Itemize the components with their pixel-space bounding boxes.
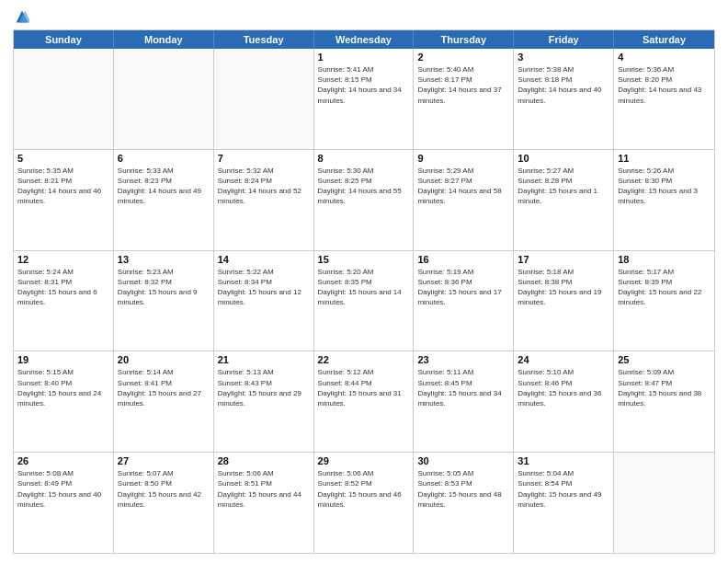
calendar-cell-empty-6 bbox=[614, 453, 714, 553]
day-of-week-tuesday: Tuesday bbox=[214, 30, 314, 49]
day-of-week-sunday: Sunday bbox=[14, 30, 114, 49]
cell-day-number: 19 bbox=[17, 354, 109, 365]
cell-day-number: 6 bbox=[118, 153, 210, 164]
cell-sun-info: Sunrise: 5:24 AMSunset: 8:31 PMDaylight:… bbox=[17, 267, 109, 308]
cell-sun-info: Sunrise: 5:07 AMSunset: 8:50 PMDaylight:… bbox=[118, 468, 210, 510]
cell-day-number: 27 bbox=[118, 455, 210, 466]
cell-day-number: 3 bbox=[518, 52, 609, 63]
calendar-cell-16: 16Sunrise: 5:19 AMSunset: 8:36 PMDayligh… bbox=[414, 251, 514, 351]
calendar-cell-13: 13Sunrise: 5:23 AMSunset: 8:32 PMDayligh… bbox=[114, 251, 214, 351]
cell-day-number: 8 bbox=[318, 153, 410, 164]
calendar-cell-empty-0 bbox=[14, 49, 114, 149]
calendar-row-0: 1Sunrise: 5:41 AMSunset: 8:15 PMDaylight… bbox=[14, 49, 714, 150]
calendar-cell-14: 14Sunrise: 5:22 AMSunset: 8:34 PMDayligh… bbox=[214, 251, 314, 351]
cell-sun-info: Sunrise: 5:40 AMSunset: 8:17 PMDaylight:… bbox=[417, 64, 509, 106]
cell-sun-info: Sunrise: 5:05 AMSunset: 8:53 PMDaylight:… bbox=[417, 468, 509, 510]
cell-day-number: 20 bbox=[118, 354, 210, 365]
cell-day-number: 29 bbox=[318, 455, 410, 466]
cell-day-number: 17 bbox=[518, 254, 609, 265]
day-of-week-monday: Monday bbox=[114, 30, 214, 49]
calendar-cell-1: 1Sunrise: 5:41 AMSunset: 8:15 PMDaylight… bbox=[314, 49, 415, 149]
cell-sun-info: Sunrise: 5:13 AMSunset: 8:43 PMDaylight:… bbox=[218, 367, 310, 408]
calendar-cell-28: 28Sunrise: 5:06 AMSunset: 8:51 PMDayligh… bbox=[214, 453, 314, 553]
cell-day-number: 18 bbox=[618, 254, 711, 265]
cell-sun-info: Sunrise: 5:17 AMSunset: 8:39 PMDaylight:… bbox=[618, 267, 711, 308]
calendar: SundayMondayTuesdayWednesdayThursdayFrid… bbox=[13, 29, 715, 554]
calendar-cell-8: 8Sunrise: 5:30 AMSunset: 8:25 PMDaylight… bbox=[314, 150, 415, 250]
cell-sun-info: Sunrise: 5:11 AMSunset: 8:45 PMDaylight:… bbox=[417, 367, 509, 408]
calendar-cell-29: 29Sunrise: 5:06 AMSunset: 8:52 PMDayligh… bbox=[314, 453, 415, 553]
cell-sun-info: Sunrise: 5:27 AMSunset: 8:28 PMDaylight:… bbox=[518, 166, 609, 207]
cell-sun-info: Sunrise: 5:29 AMSunset: 8:27 PMDaylight:… bbox=[417, 166, 509, 207]
calendar-cell-4: 4Sunrise: 5:36 AMSunset: 8:20 PMDaylight… bbox=[614, 49, 714, 149]
calendar-cell-20: 20Sunrise: 5:14 AMSunset: 8:41 PMDayligh… bbox=[114, 351, 214, 452]
calendar-cell-27: 27Sunrise: 5:07 AMSunset: 8:50 PMDayligh… bbox=[114, 453, 214, 553]
calendar-cell-empty-1 bbox=[114, 49, 214, 149]
cell-day-number: 7 bbox=[218, 153, 310, 164]
cell-sun-info: Sunrise: 5:38 AMSunset: 8:18 PMDaylight:… bbox=[518, 64, 609, 106]
cell-day-number: 26 bbox=[17, 455, 109, 466]
cell-day-number: 13 bbox=[118, 254, 210, 265]
cell-day-number: 1 bbox=[318, 52, 410, 63]
calendar-cell-15: 15Sunrise: 5:20 AMSunset: 8:35 PMDayligh… bbox=[314, 251, 415, 351]
cell-sun-info: Sunrise: 5:06 AMSunset: 8:52 PMDaylight:… bbox=[318, 468, 410, 510]
cell-sun-info: Sunrise: 5:22 AMSunset: 8:34 PMDaylight:… bbox=[218, 267, 310, 308]
cell-day-number: 31 bbox=[518, 455, 609, 466]
calendar-cell-empty-2 bbox=[214, 49, 314, 149]
calendar-cell-9: 9Sunrise: 5:29 AMSunset: 8:27 PMDaylight… bbox=[414, 150, 514, 250]
cell-sun-info: Sunrise: 5:19 AMSunset: 8:36 PMDaylight:… bbox=[417, 267, 509, 308]
cell-day-number: 21 bbox=[218, 354, 310, 365]
calendar-cell-31: 31Sunrise: 5:04 AMSunset: 8:54 PMDayligh… bbox=[514, 453, 614, 553]
cell-sun-info: Sunrise: 5:06 AMSunset: 8:51 PMDaylight:… bbox=[218, 468, 310, 510]
header bbox=[13, 9, 715, 24]
calendar-cell-3: 3Sunrise: 5:38 AMSunset: 8:18 PMDaylight… bbox=[514, 49, 614, 149]
calendar-cell-12: 12Sunrise: 5:24 AMSunset: 8:31 PMDayligh… bbox=[14, 251, 114, 351]
cell-sun-info: Sunrise: 5:14 AMSunset: 8:41 PMDaylight:… bbox=[118, 367, 210, 408]
cell-sun-info: Sunrise: 5:35 AMSunset: 8:21 PMDaylight:… bbox=[17, 166, 109, 207]
calendar-cell-6: 6Sunrise: 5:33 AMSunset: 8:23 PMDaylight… bbox=[114, 150, 214, 250]
calendar-cell-25: 25Sunrise: 5:09 AMSunset: 8:47 PMDayligh… bbox=[614, 351, 714, 452]
day-of-week-friday: Friday bbox=[514, 30, 614, 49]
cell-sun-info: Sunrise: 5:32 AMSunset: 8:24 PMDaylight:… bbox=[218, 166, 310, 207]
calendar-cell-10: 10Sunrise: 5:27 AMSunset: 8:28 PMDayligh… bbox=[514, 150, 614, 250]
calendar-cell-22: 22Sunrise: 5:12 AMSunset: 8:44 PMDayligh… bbox=[314, 351, 415, 452]
calendar-cell-5: 5Sunrise: 5:35 AMSunset: 8:21 PMDaylight… bbox=[14, 150, 114, 250]
logo-icon bbox=[15, 9, 29, 24]
cell-sun-info: Sunrise: 5:41 AMSunset: 8:15 PMDaylight:… bbox=[318, 64, 410, 106]
cell-day-number: 2 bbox=[417, 52, 509, 63]
cell-day-number: 5 bbox=[17, 153, 109, 164]
cell-day-number: 22 bbox=[318, 354, 410, 365]
cell-sun-info: Sunrise: 5:20 AMSunset: 8:35 PMDaylight:… bbox=[318, 267, 410, 308]
cell-day-number: 23 bbox=[417, 354, 509, 365]
calendar-cell-7: 7Sunrise: 5:32 AMSunset: 8:24 PMDaylight… bbox=[214, 150, 314, 250]
cell-day-number: 28 bbox=[218, 455, 310, 466]
calendar-cell-23: 23Sunrise: 5:11 AMSunset: 8:45 PMDayligh… bbox=[414, 351, 514, 452]
cell-sun-info: Sunrise: 5:12 AMSunset: 8:44 PMDaylight:… bbox=[318, 367, 410, 408]
cell-sun-info: Sunrise: 5:10 AMSunset: 8:46 PMDaylight:… bbox=[518, 367, 609, 408]
cell-sun-info: Sunrise: 5:23 AMSunset: 8:32 PMDaylight:… bbox=[118, 267, 210, 308]
calendar-cell-24: 24Sunrise: 5:10 AMSunset: 8:46 PMDayligh… bbox=[514, 351, 614, 452]
calendar-header: SundayMondayTuesdayWednesdayThursdayFrid… bbox=[14, 30, 714, 49]
calendar-row-3: 19Sunrise: 5:15 AMSunset: 8:40 PMDayligh… bbox=[14, 351, 714, 453]
cell-day-number: 14 bbox=[218, 254, 310, 265]
calendar-cell-19: 19Sunrise: 5:15 AMSunset: 8:40 PMDayligh… bbox=[14, 351, 114, 452]
calendar-cell-17: 17Sunrise: 5:18 AMSunset: 8:38 PMDayligh… bbox=[514, 251, 614, 351]
day-of-week-saturday: Saturday bbox=[614, 30, 714, 49]
calendar-cell-30: 30Sunrise: 5:05 AMSunset: 8:53 PMDayligh… bbox=[414, 453, 514, 553]
cell-day-number: 11 bbox=[618, 153, 711, 164]
calendar-cell-2: 2Sunrise: 5:40 AMSunset: 8:17 PMDaylight… bbox=[414, 49, 514, 149]
calendar-cell-26: 26Sunrise: 5:08 AMSunset: 8:49 PMDayligh… bbox=[14, 453, 114, 553]
calendar-cell-21: 21Sunrise: 5:13 AMSunset: 8:43 PMDayligh… bbox=[214, 351, 314, 452]
cell-sun-info: Sunrise: 5:33 AMSunset: 8:23 PMDaylight:… bbox=[118, 166, 210, 207]
day-of-week-wednesday: Wednesday bbox=[314, 30, 415, 49]
day-of-week-thursday: Thursday bbox=[414, 30, 514, 49]
cell-day-number: 25 bbox=[618, 354, 711, 365]
calendar-body: 1Sunrise: 5:41 AMSunset: 8:15 PMDaylight… bbox=[14, 49, 714, 553]
cell-sun-info: Sunrise: 5:26 AMSunset: 8:30 PMDaylight:… bbox=[618, 166, 711, 207]
cell-sun-info: Sunrise: 5:09 AMSunset: 8:47 PMDaylight:… bbox=[618, 367, 711, 408]
cell-day-number: 10 bbox=[518, 153, 609, 164]
cell-sun-info: Sunrise: 5:15 AMSunset: 8:40 PMDaylight:… bbox=[17, 367, 109, 408]
cell-sun-info: Sunrise: 5:18 AMSunset: 8:38 PMDaylight:… bbox=[518, 267, 609, 308]
page: SundayMondayTuesdayWednesdayThursdayFrid… bbox=[0, 0, 728, 563]
cell-day-number: 12 bbox=[17, 254, 109, 265]
